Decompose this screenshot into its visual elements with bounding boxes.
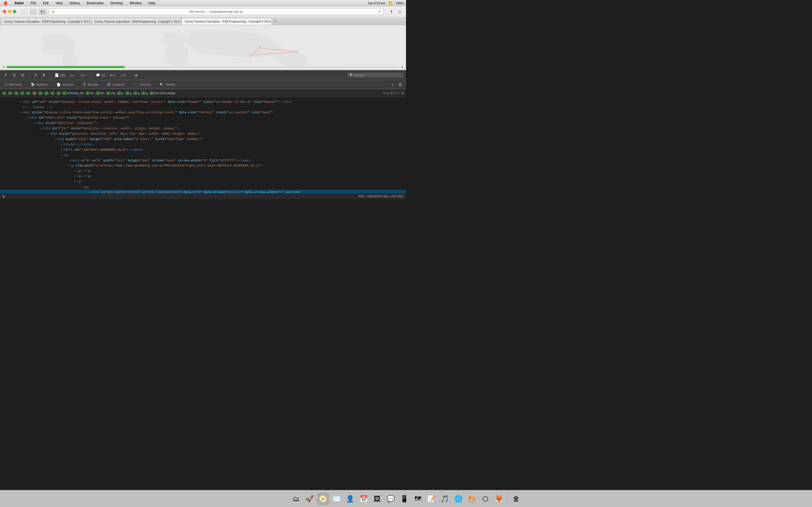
dom-line-1[interactable]: <div id="od2" style="display: inline-blo… [0,100,406,105]
devtools-refresh-button[interactable]: ↺ [32,72,39,78]
browser-tab-2[interactable]: Survey Traverse Calculation - RJM Progra… [91,18,182,25]
tab-sources[interactable]: 📄 Sources [52,80,78,89]
toggle-1[interactable] [19,100,22,105]
toggle-3[interactable] [19,110,22,115]
bc-resize-button[interactable]: ⊠ [401,91,404,95]
apple-menu[interactable]: 🍎 [2,1,9,5]
maximize-window-button[interactable] [13,10,16,13]
devtools-search-box[interactable]: 🔍 [347,73,404,77]
dom-line-11[interactable]: <g> [0,153,406,158]
new-tab-plus-button[interactable]: + [272,18,278,25]
dom-line-3[interactable]: <div style="display:inline-block;overflo… [0,110,406,115]
toggle-16[interactable] [73,179,77,184]
menu-edit[interactable]: Edit [42,1,50,5]
browser-tab-1[interactable]: Survey Traverse Calculation - RJM Progra… [1,18,91,25]
dom-line-15[interactable]: <g>…</g> [0,174,406,179]
toggle-13[interactable] [66,163,70,168]
warnings-badge[interactable]: △ 0 [119,73,127,77]
sidebar-toggle-button[interactable] [39,8,47,15]
dom-line-10[interactable]: <defs id="_ABSTRACT_RENDERER_ID_0" >…</d… [0,147,406,153]
tab-network[interactable]: 📡 Network [26,80,52,89]
dom-line-18-selected[interactable]: <text x="883.3403011787676" y="519.11867… [0,190,406,193]
bc-format-button[interactable]: ⊞ [383,91,386,95]
share-button[interactable]: ⬆ [388,8,395,15]
forward-button[interactable]: › [30,9,37,14]
toggle-5[interactable] [33,121,36,126]
reload-button[interactable]: ↺ [378,10,381,13]
toggle-8[interactable] [53,136,56,142]
bc-e5[interactable]: E [26,92,30,95]
bc-print-button[interactable]: ⊟ [387,91,389,95]
tab-console[interactable]: ⬛ Console [129,80,155,89]
devtools-close-button[interactable]: ✕ [2,72,9,78]
menu-safari[interactable]: Safari [13,1,25,5]
devtools-dock-button[interactable]: ⊡ [11,72,17,78]
devtools-layout-button[interactable]: ⊟ [19,72,26,78]
tab-search[interactable]: 🔍 Search [155,80,180,89]
bc-e3[interactable]: E [14,92,18,95]
bc-text-node[interactable]: E text.wmlr.xxlarge [150,92,175,95]
toggle-4[interactable] [26,115,29,121]
minimize-window-button[interactable] [8,10,11,13]
bc-d1[interactable]: D [33,92,37,95]
bc-e8[interactable]: E [50,92,54,95]
bc-box-button[interactable]: ⊠ [390,91,393,95]
menu-window[interactable]: Window [129,1,143,5]
messages-badge[interactable]: 💬 23 [94,73,106,78]
triangle-badge[interactable]: △— [68,73,77,77]
pages-badge[interactable]: 📄 132 [53,73,67,78]
devtools-search-input[interactable] [355,73,402,77]
tab-graphics[interactable]: 🖼 Graphics [103,80,129,89]
toggle-7[interactable] [46,131,50,136]
menu-develop[interactable]: Develop [109,1,124,5]
tab-elements[interactable]: ⊡ Elements [0,80,26,89]
menu-file[interactable]: File [29,1,37,5]
menu-bookmarks[interactable]: Bookmarks [86,1,105,5]
toggle-11[interactable] [60,153,63,158]
dom-line-6[interactable]: <div dir="ltr" style="position: relative… [0,126,406,131]
toggle-6[interactable] [40,126,43,131]
bc-chart-div[interactable]: E div#chart_div [63,92,84,95]
bc-div-2[interactable]: E div [96,92,104,95]
toggle-9[interactable] [60,142,63,147]
bc-e6[interactable]: E [39,92,43,95]
dom-line-2[interactable]: <!-- /header --> [0,105,406,110]
bc-g4[interactable]: E g [142,92,148,95]
dom-line-8[interactable]: <svg width="1112" height="692" aria-labe… [0,136,406,142]
dom-line-5[interactable]: <div style="position: relative;" > [0,121,406,126]
bc-svg[interactable]: E svg [106,92,115,95]
menu-help[interactable]: Help [147,1,156,5]
tab-storage[interactable]: 🗄 Storage [79,80,103,89]
dom-line-14[interactable]: <g>…</g> [0,168,406,174]
bc-g2[interactable]: E g [125,92,132,95]
toggle-10[interactable] [60,147,63,153]
bc-div-1[interactable]: E div [86,92,94,95]
dom-line-7[interactable]: <div style="position: absolute; left: 0p… [0,131,406,136]
settings-button[interactable]: ⚙ [397,81,404,88]
bc-grid-button[interactable]: ⊡ [394,91,396,95]
clock-badge[interactable]: ◷— [79,73,88,77]
target-button[interactable]: ⊕ [133,72,140,78]
dom-line-12[interactable]: <rect x="0" y="0" width="1112" height="6… [0,158,406,163]
menu-history[interactable]: History [68,1,81,5]
bc-e4[interactable]: E [20,92,24,95]
bc-e2[interactable]: E [8,92,12,95]
dom-line-17[interactable]: <g> [0,184,406,190]
dom-line-9[interactable]: <style>…</style> [0,142,406,147]
bc-e9[interactable]: E [57,92,61,95]
bc-pen-button[interactable]: ✏ [398,91,400,95]
bc-e7[interactable]: E [45,92,49,95]
dom-line-4[interactable]: <div id="chart_div" style="background-co… [0,115,406,121]
browser-tab-3[interactable]: Survey Traverse Calculation - RJM Progra… [182,18,272,25]
menu-view[interactable]: View [54,1,64,5]
back-button[interactable]: ‹ [21,9,28,14]
close-window-button[interactable] [3,10,6,13]
bc-e1[interactable]: E [2,92,6,95]
new-tab-button[interactable]: ⊡ [396,8,403,15]
toggle-15[interactable] [73,174,77,179]
dom-line-16[interactable]: <g> [0,179,406,184]
toggle-17[interactable] [80,184,84,190]
dom-content[interactable]: <div id="od2" style="display: inline-blo… [0,97,406,193]
dom-line-13[interactable]: <g clip-path="url(http://www.rjmprogramm… [0,163,406,168]
bc-g1[interactable]: E g [117,92,123,95]
